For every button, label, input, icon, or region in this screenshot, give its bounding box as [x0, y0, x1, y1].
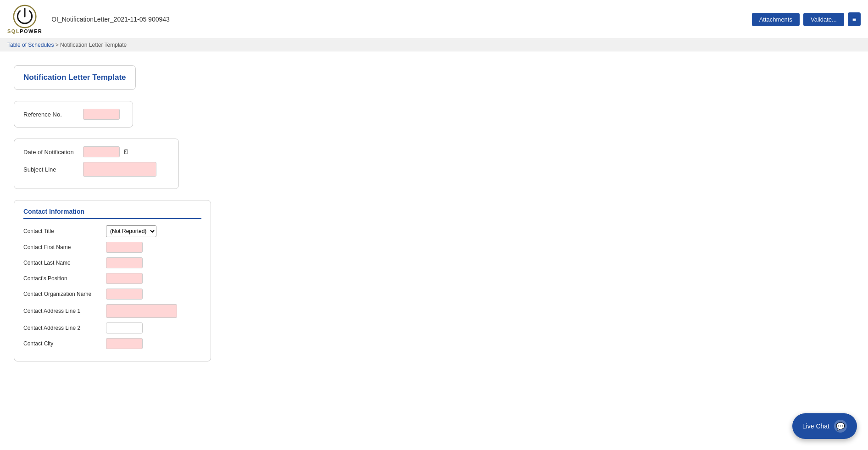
subject-line-label: Subject Line [23, 166, 78, 173]
contact-section-title: Contact Information [23, 208, 201, 219]
contact-first-name-label: Contact First Name [23, 244, 101, 250]
page-title: Notification Letter Template [23, 73, 126, 82]
contact-title-select[interactable]: (Not Reported) Mr. Ms. Dr. [106, 225, 156, 237]
contact-first-name-row: Contact First Name [23, 242, 201, 253]
menu-button[interactable]: ≡ [848, 12, 861, 26]
reference-row: Reference No. [23, 109, 123, 120]
contacts-position-label: Contact's Position [23, 275, 101, 282]
contact-city-input[interactable] [106, 338, 143, 349]
validate-button[interactable]: Validate... [803, 13, 844, 26]
breadcrumb-separator: > [54, 42, 60, 48]
attachments-button[interactable]: Attachments [752, 13, 800, 26]
contact-information-section: Contact Information Contact Title (Not R… [14, 200, 211, 361]
logo-text: SQLPOWER [7, 28, 42, 34]
contact-address-line1-label: Contact Address Line 1 [23, 308, 101, 314]
contacts-position-input[interactable] [106, 273, 143, 284]
page-title-section: Notification Letter Template [14, 65, 136, 90]
date-of-notification-label: Date of Notification [23, 149, 78, 156]
contact-first-name-input[interactable] [106, 242, 143, 253]
sqlpower-logo [13, 5, 37, 28]
contact-address-line2-label: Contact Address Line 2 [23, 325, 101, 331]
calendar-icon[interactable]: 🗓 [122, 147, 131, 156]
contact-city-label: Contact City [23, 340, 101, 347]
main-content: Notification Letter Template Reference N… [0, 51, 868, 386]
logo-sql: SQL [7, 28, 20, 34]
header: SQLPOWER OI_NotificationLetter_2021-11-0… [0, 0, 868, 39]
contact-city-row: Contact City [23, 338, 201, 349]
breadcrumb: Table of Schedules > Notification Letter… [0, 39, 868, 51]
subject-line-input[interactable] [83, 162, 156, 177]
contact-address-line2-input[interactable] [106, 322, 143, 333]
contact-address-line1-row: Contact Address Line 1 [23, 304, 201, 318]
reference-input[interactable] [83, 109, 120, 120]
date-input-wrap: 🗓 [83, 146, 131, 157]
contact-title-label: Contact Title [23, 228, 101, 234]
contact-last-name-label: Contact Last Name [23, 260, 101, 266]
subject-line-row: Subject Line [23, 162, 169, 177]
reference-label: Reference No. [23, 111, 78, 118]
date-of-notification-input[interactable] [83, 146, 120, 157]
notification-section: Date of Notification 🗓 Subject Line [14, 139, 179, 189]
contact-address-line2-row: Contact Address Line 2 [23, 322, 201, 333]
logo-power: POWER [20, 28, 42, 34]
contact-address-line1-input[interactable] [106, 304, 177, 318]
contact-org-name-label: Contact Organization Name [23, 291, 101, 297]
header-buttons: Attachments Validate... ≡ [752, 12, 861, 26]
breadcrumb-current: Notification Letter Template [60, 42, 127, 48]
date-of-notification-row: Date of Notification 🗓 [23, 146, 169, 157]
contact-org-name-row: Contact Organization Name [23, 289, 201, 300]
contact-last-name-input[interactable] [106, 257, 143, 268]
contact-title-row: Contact Title (Not Reported) Mr. Ms. Dr. [23, 225, 201, 237]
document-filename: OI_NotificationLetter_2021-11-05 900943 [51, 16, 752, 23]
contact-last-name-row: Contact Last Name [23, 257, 201, 268]
contact-org-name-input[interactable] [106, 289, 143, 300]
contacts-position-row: Contact's Position [23, 273, 201, 284]
breadcrumb-link-table-of-schedules[interactable]: Table of Schedules [7, 42, 54, 48]
logo-area: SQLPOWER [7, 5, 42, 34]
reference-section: Reference No. [14, 101, 133, 128]
